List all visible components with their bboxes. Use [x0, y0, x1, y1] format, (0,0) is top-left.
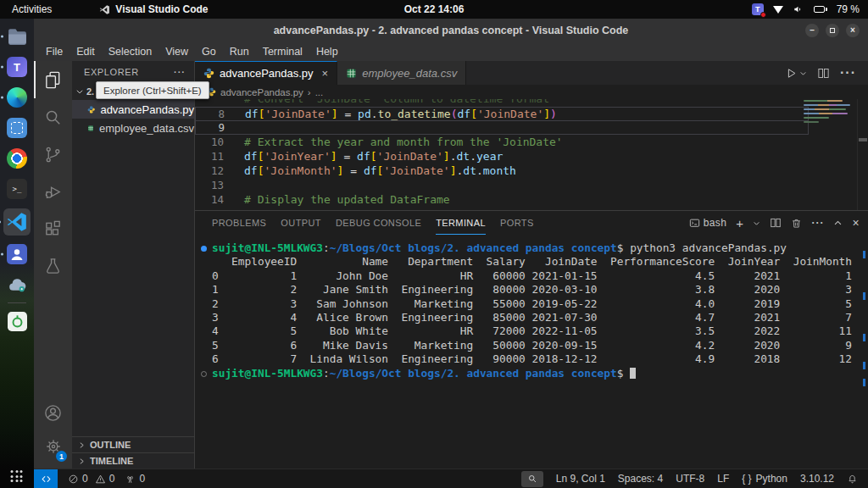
panel-more-actions-icon[interactable]: ··· — [811, 217, 824, 229]
overview-mark — [863, 251, 865, 258]
activitybar-source-control[interactable] — [34, 136, 72, 173]
dataframe-row: 1 2 Jane Smith Engineering 80000 2020-03… — [212, 283, 854, 297]
timeline-section[interactable]: TIMELINE — [72, 452, 194, 469]
tab-employee-data[interactable]: employee_data.csv — [337, 61, 466, 85]
menu-file[interactable]: File — [39, 46, 70, 58]
outline-label: OUTLINE — [90, 440, 131, 450]
maximize-panel-icon[interactable] — [833, 219, 843, 228]
dock-icon-screenshot-tool[interactable] — [6, 117, 29, 140]
menu-help[interactable]: Help — [309, 46, 345, 58]
cursor-position[interactable]: Ln 9, Col 1 — [556, 473, 605, 485]
play-icon — [785, 67, 798, 80]
menu-go[interactable]: Go — [195, 46, 223, 58]
kill-terminal-icon[interactable] — [791, 218, 802, 229]
chevron-down-icon[interactable] — [753, 219, 760, 227]
bell-icon[interactable] — [847, 474, 858, 485]
maximize-button[interactable] — [826, 24, 839, 37]
focused-app-indicator[interactable]: Visual Studio Code — [99, 3, 208, 15]
settings-badge: 1 — [56, 451, 67, 462]
code-line-14[interactable]: 14# Display the updated DataFrame — [195, 192, 809, 207]
menu-terminal[interactable]: Terminal — [256, 46, 309, 58]
explorer-more-actions[interactable]: ··· — [174, 67, 186, 77]
warning-icon — [95, 474, 106, 485]
file-item-employee-data[interactable]: employee_data.csv — [72, 119, 194, 137]
code-line-11[interactable]: 11df['JoinYear'] = df['JoinDate'].dt.yea… — [195, 149, 809, 164]
panel-tab-terminal[interactable]: TERMINAL — [436, 211, 486, 235]
close-button[interactable]: × — [846, 24, 860, 37]
python-interpreter[interactable]: 3.10.12 — [800, 473, 834, 485]
panel-tab-problems[interactable]: PROBLEMS — [212, 211, 266, 235]
screencast-zoom-item[interactable] — [521, 471, 543, 487]
line-number: 9 — [196, 121, 225, 134]
menu-view[interactable]: View — [159, 46, 195, 58]
tab-close-icon[interactable]: × — [322, 67, 329, 80]
file-item-advancepandas[interactable]: advancePandas.py — [72, 100, 194, 119]
dock-icon-weather-cloud[interactable] — [6, 274, 29, 297]
activitybar-settings[interactable]: 1 — [34, 430, 72, 463]
line-number: 8 — [196, 108, 225, 120]
breadcrumb[interactable]: advancePandas.py › ... — [195, 85, 868, 99]
show-applications-button[interactable] — [11, 470, 24, 483]
code-line-9[interactable]: 9 — [195, 120, 809, 135]
code-text: # Convert 'JoinDate' column to datetime … — [244, 99, 549, 105]
menu-run[interactable]: Run — [223, 46, 256, 58]
panel-tab-output[interactable]: OUTPUT — [281, 211, 321, 235]
code-line-13[interactable]: 13 — [195, 178, 809, 192]
dock-icon-files[interactable] — [6, 25, 29, 48]
dock-icon-ticktick[interactable]: T — [6, 56, 29, 79]
more-actions-icon[interactable]: ··· — [840, 65, 856, 80]
tray-app-icon[interactable]: T — [752, 3, 764, 15]
activitybar-extensions[interactable] — [34, 210, 72, 247]
code-editor[interactable]: # Convert 'JoinDate' column to datetime … — [195, 99, 868, 210]
minimize-button[interactable]: – — [805, 24, 819, 37]
problems-status[interactable]: 0 0 — [68, 473, 114, 485]
minimap[interactable] — [804, 100, 854, 125]
code-line-12[interactable]: 12df['JoinMonth'] = df['JoinDate'].dt.mo… — [195, 164, 809, 178]
dock-icon-terminal-app[interactable]: >_ — [6, 178, 29, 201]
dock-icon-utility[interactable] — [6, 310, 29, 333]
activitybar-explorer[interactable] — [34, 61, 72, 98]
menu-edit[interactable]: Edit — [70, 46, 102, 58]
code-line-7[interactable]: # Convert 'JoinDate' column to datetime … — [195, 99, 809, 107]
code-line-8[interactable]: 8df['JoinDate'] = pd.to_datetime(df['Joi… — [195, 107, 809, 121]
dock-icon-teams[interactable] — [6, 243, 29, 266]
dock-icon-chrome[interactable] — [6, 147, 29, 170]
remote-indicator[interactable] — [34, 469, 58, 488]
outline-section[interactable]: OUTLINE — [72, 436, 194, 452]
indentation[interactable]: Spaces: 4 — [618, 473, 663, 485]
dock-icon-edge[interactable] — [6, 86, 29, 109]
code-line-10[interactable]: 10# Extract the year and month from the … — [195, 135, 809, 149]
dock-icon-vscode[interactable] — [3, 208, 31, 236]
breadcrumb-file[interactable]: advancePandas.py — [220, 87, 303, 97]
shell-selector[interactable]: bash — [689, 217, 727, 229]
vscode-titlebar[interactable]: advancePandas.py - 2. advanced pandas co… — [34, 19, 868, 42]
menu-selection[interactable]: Selection — [102, 46, 159, 58]
tab-advancepandas[interactable]: advancePandas.py × — [195, 61, 337, 85]
system-tray[interactable]: T 79 % — [752, 3, 860, 15]
panel-tab-ports[interactable]: PORTS — [500, 211, 534, 235]
clock[interactable]: Oct 22 14:06 — [404, 3, 465, 15]
run-python-file-button[interactable] — [785, 67, 807, 80]
ports-status[interactable]: 0 — [125, 473, 145, 485]
activitybar-run-debug[interactable] — [34, 173, 72, 210]
breadcrumb-chevron: › — [308, 87, 311, 97]
dataframe-row: 4 5 Bob White HR 72000 2022-11-05 3.5 20… — [212, 324, 854, 338]
activitybar-testing[interactable] — [34, 247, 72, 285]
split-editor-icon[interactable] — [817, 67, 830, 80]
magnifier-icon — [527, 474, 537, 484]
eol-sequence[interactable]: LF — [717, 473, 729, 485]
encoding[interactable]: UTF-8 — [676, 473, 704, 485]
activitybar-account[interactable] — [34, 396, 72, 430]
new-terminal-button[interactable]: + — [736, 216, 743, 230]
timeline-label: TIMELINE — [90, 456, 133, 466]
terminal-output[interactable]: sujit@INL-5MLKWG3:~/Blogs/Oct blogs/2. a… — [195, 241, 854, 465]
error-icon — [68, 474, 79, 485]
language-mode[interactable]: { } Python — [742, 473, 787, 485]
scrollbar-notch[interactable] — [859, 138, 867, 141]
split-terminal-icon[interactable] — [770, 217, 782, 229]
breadcrumb-ellipsis[interactable]: ... — [315, 87, 324, 97]
activities-button[interactable]: Activities — [12, 3, 52, 15]
close-panel-icon[interactable]: × — [852, 216, 860, 230]
activitybar-search[interactable] — [34, 98, 72, 136]
panel-tab-debug-console[interactable]: DEBUG CONSOLE — [336, 211, 421, 235]
